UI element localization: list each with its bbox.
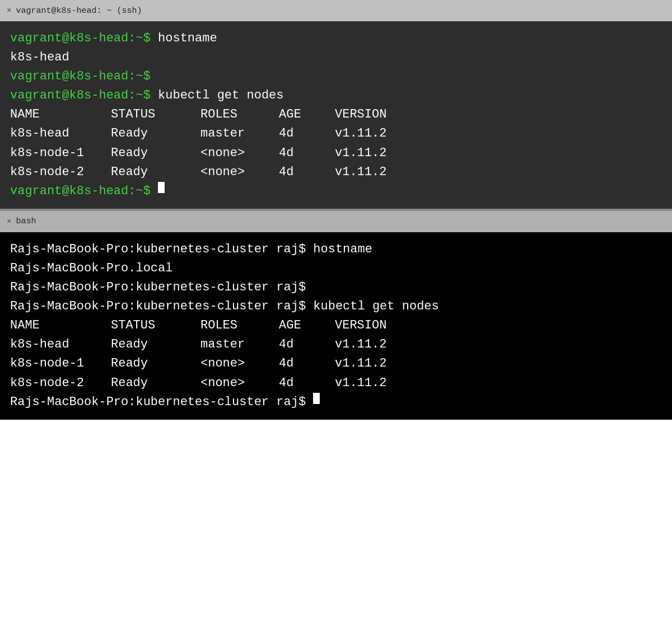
ssh-col-status-header: STATUS [111,105,200,124]
bash-line-2: Rajs-MacBook-Pro:kubernetes-cluster raj$ [10,278,662,297]
ssh-row1-version: v1.11.2 [335,144,386,163]
bash-row0-age: 4d [279,335,335,354]
ssh-title-bar: × vagrant@k8s-head: ~ (ssh) [0,0,672,21]
bash-cmd-3: kubectl get nodes [306,297,439,316]
bash-row2-age: 4d [279,374,335,393]
ssh-prompt-1: vagrant@k8s-head:~$ [10,29,151,48]
bash-row1-name: k8s-node-1 [10,354,111,373]
ssh-table-row-0: k8s-headReadymaster4dv1.11.2 [10,124,662,143]
bash-prompt-2: Rajs-MacBook-Pro:kubernetes-cluster raj$ [10,278,306,297]
bash-table-row-1: k8s-node-1Ready<none>4dv1.11.2 [10,354,662,373]
bash-terminal-window: × bash Rajs-MacBook-Pro:kubernetes-clust… [0,211,672,420]
bash-prompt-1: Rajs-MacBook-Pro:kubernetes-cluster raj$ [10,240,306,259]
ssh-row0-status: Ready [111,124,200,143]
close-icon[interactable]: × [7,6,11,15]
ssh-row0-version: v1.11.2 [335,124,386,143]
ssh-final-prompt: vagrant@k8s-head:~$ [10,182,662,201]
ssh-terminal-window: × vagrant@k8s-head: ~ (ssh) vagrant@k8s-… [0,0,672,209]
bash-row0-roles: master [200,335,279,354]
bash-row1-roles: <none> [200,354,279,373]
bash-line-1: Rajs-MacBook-Pro:kubernetes-cluster raj$… [10,240,662,259]
bash-terminal-body[interactable]: Rajs-MacBook-Pro:kubernetes-cluster raj$… [0,232,672,420]
ssh-row2-name: k8s-node-2 [10,163,111,182]
bash-title-bar: × bash [0,211,672,232]
ssh-col-version-header: VERSION [335,105,386,124]
ssh-line-1: vagrant@k8s-head:~$ hostname [10,29,662,48]
bash-output-1: Rajs-MacBook-Pro.local [10,259,662,278]
bash-hostname-output: Rajs-MacBook-Pro.local [10,259,172,278]
bash-table-row-0: k8s-headReadymaster4dv1.11.2 [10,335,662,354]
bash-col-version-header: VERSION [335,316,386,335]
bash-row0-version: v1.11.2 [335,335,386,354]
bash-row2-roles: <none> [200,374,279,393]
bash-table-row-2: k8s-node-2Ready<none>4dv1.11.2 [10,374,662,393]
ssh-table-header: NAMESTATUSROLESAGEVERSION [10,105,662,124]
bash-prompt-3: Rajs-MacBook-Pro:kubernetes-cluster raj$ [10,297,306,316]
ssh-cmd-1: hostname [151,29,217,48]
ssh-row0-name: k8s-head [10,124,111,143]
bash-row2-name: k8s-node-2 [10,374,111,393]
bash-table-header: NAMESTATUSROLESAGEVERSION [10,316,662,335]
bash-line-3: Rajs-MacBook-Pro:kubernetes-cluster raj$… [10,297,662,316]
bash-row0-name: k8s-head [10,335,111,354]
ssh-prompt-2: vagrant@k8s-head:~$ [10,67,151,86]
bash-row2-version: v1.11.2 [335,374,386,393]
ssh-prompt-3: vagrant@k8s-head:~$ [10,86,151,105]
bash-row1-status: Ready [111,354,200,373]
bash-row0-status: Ready [111,335,200,354]
ssh-hostname-output: k8s-head [10,48,69,67]
ssh-row2-status: Ready [111,163,200,182]
ssh-line-3: vagrant@k8s-head:~$ kubectl get nodes [10,86,662,105]
ssh-row2-version: v1.11.2 [335,163,386,182]
bash-row1-version: v1.11.2 [335,354,386,373]
bash-row1-age: 4d [279,354,335,373]
bash-row2-status: Ready [111,374,200,393]
ssh-col-age-header: AGE [279,105,335,124]
bash-cursor [313,393,320,404]
ssh-row0-age: 4d [279,124,335,143]
ssh-row2-roles: <none> [200,163,279,182]
bash-final-prompt: Rajs-MacBook-Pro:kubernetes-cluster raj$ [10,393,662,412]
ssh-cursor-space [151,182,158,201]
ssh-row1-age: 4d [279,144,335,163]
bash-cmd-1: hostname [306,240,372,259]
bash-col-roles-header: ROLES [200,316,279,335]
bash-col-name-header: NAME [10,316,111,335]
ssh-title-label: vagrant@k8s-head: ~ (ssh) [16,6,142,16]
ssh-cmd-3: kubectl get nodes [151,86,284,105]
ssh-row0-roles: master [200,124,279,143]
ssh-prompt-4: vagrant@k8s-head:~$ [10,182,151,201]
ssh-row1-roles: <none> [200,144,279,163]
bash-prompt-4: Rajs-MacBook-Pro:kubernetes-cluster raj$ [10,393,306,412]
bash-col-age-header: AGE [279,316,335,335]
bash-cursor-space [306,393,313,412]
ssh-line-2: vagrant@k8s-head:~$ [10,67,662,86]
ssh-row2-age: 4d [279,163,335,182]
ssh-col-name-header: NAME [10,105,111,124]
ssh-row1-status: Ready [111,144,200,163]
ssh-table-row-1: k8s-node-1Ready<none>4dv1.11.2 [10,144,662,163]
ssh-col-roles-header: ROLES [200,105,279,124]
ssh-terminal-body[interactable]: vagrant@k8s-head:~$ hostname k8s-head va… [0,21,672,209]
bash-title-label: bash [16,217,36,226]
ssh-output-1: k8s-head [10,48,662,67]
bash-close-icon[interactable]: × [7,217,11,226]
ssh-table-row-2: k8s-node-2Ready<none>4dv1.11.2 [10,163,662,182]
ssh-row1-name: k8s-node-1 [10,144,111,163]
bash-col-status-header: STATUS [111,316,200,335]
ssh-cursor [158,182,165,193]
